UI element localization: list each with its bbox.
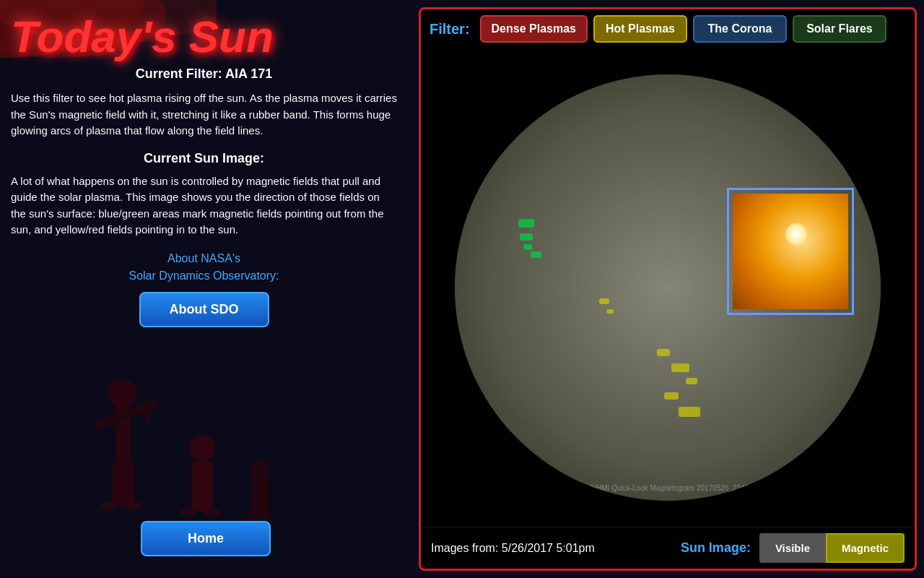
right-panel: Filter: Dense Plasmas Hot Plasmas The Co… <box>411 0 924 578</box>
magnetic-patch-green-1 <box>520 233 533 241</box>
sun-image-heading: Current Sun Image: <box>11 151 397 166</box>
magnetic-patch-green-2 <box>523 244 532 250</box>
bottom-bar: Images from: 5/26/2017 5:01pm Sun Image:… <box>421 527 915 569</box>
sun-circle: SDO/HMI Quick-Look Magnetogram 20170526_… <box>455 74 881 501</box>
view-buttons: Visible Magnetic <box>759 533 905 563</box>
magnetic-patch-yellow-5 <box>686 378 697 384</box>
magnetic-patch-yellow-2 <box>606 309 614 314</box>
magnetic-patch-yellow-3 <box>657 349 670 356</box>
left-panel: Today's Sun Current Filter: AIA 171 Use … <box>0 0 411 578</box>
images-from-label: Images from: 5/26/2017 5:01pm <box>431 542 595 555</box>
magnetic-patch-yellow-4 <box>671 363 689 372</box>
sun-image-description: A lot of what happens on the sun is cont… <box>11 173 397 238</box>
sun-highlight-region <box>733 194 848 309</box>
sun-viewer: Filter: Dense Plasmas Hot Plasmas The Co… <box>419 7 917 571</box>
sun-image-controls: Sun Image: Visible Magnetic <box>681 533 905 563</box>
page-title: Today's Sun <box>11 14 397 59</box>
home-button[interactable]: Home <box>141 521 271 556</box>
filter-dense-plasmas-button[interactable]: Dense Plasmas <box>480 15 588 43</box>
magnetic-patch-green-3 <box>518 219 534 228</box>
current-filter-label: Current Filter: AIA 171 <box>11 66 397 82</box>
magnetic-patch-green-4 <box>531 251 541 258</box>
magnetic-view-button[interactable]: Magnetic <box>826 533 905 563</box>
magnetic-patch-yellow-1 <box>599 298 609 304</box>
sun-image-label: Sun Image: <box>681 540 751 556</box>
sun-image-area: SDO/HMI Quick-Look Magnetogram 20170526_… <box>421 48 915 527</box>
filter-solar-flares-button[interactable]: Solar Flares <box>793 15 886 43</box>
magnetic-patch-yellow-7 <box>679 407 700 417</box>
about-sdo-button[interactable]: About SDO <box>139 292 269 327</box>
filter-label: Filter: <box>430 21 470 38</box>
sun-highlight-image <box>733 194 848 309</box>
filter-bar: Filter: Dense Plasmas Hot Plasmas The Co… <box>421 9 915 48</box>
visible-view-button[interactable]: Visible <box>759 533 826 563</box>
filter-hot-plasmas-button[interactable]: Hot Plasmas <box>593 15 687 43</box>
filter-description: Use this filter to see hot plasma rising… <box>11 90 397 139</box>
magnetic-patch-yellow-6 <box>664 392 679 400</box>
image-caption: SDO/HMI Quick-Look Magnetogram 20170526_… <box>579 484 757 492</box>
sdo-link-label: About NASA'sSolar Dynamics Observatory: <box>11 250 397 285</box>
sun-bright-spot <box>785 223 807 245</box>
filter-corona-button[interactable]: The Corona <box>693 15 787 43</box>
